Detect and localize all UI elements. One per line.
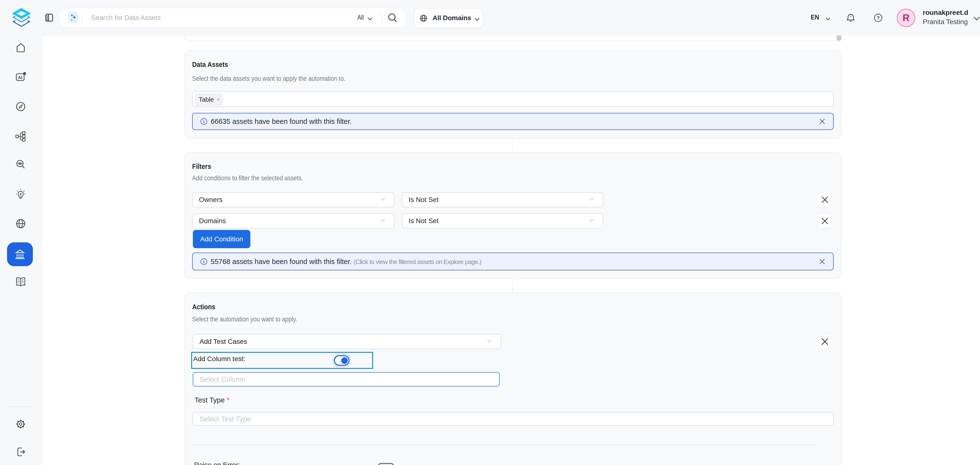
svg-text:?: ? <box>877 15 880 21</box>
svg-text:AI: AI <box>18 75 22 80</box>
